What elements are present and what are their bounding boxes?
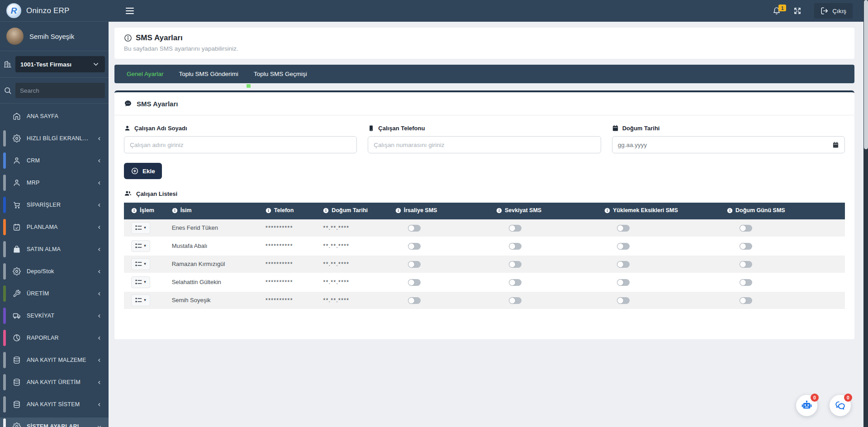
sevkiyat-sms-toggle[interactable]	[509, 243, 522, 250]
column-label: Yüklemek Eksikleri SMS	[613, 207, 678, 214]
employee-name-cell: Ramazan Kırmızıgül	[167, 255, 261, 273]
add-button[interactable]: Ekle	[124, 163, 162, 179]
tab-toplu-sms-g-nderimi[interactable]: Toplu SMS Gönderimi	[171, 65, 246, 83]
sidebar-item-si-stem-ayarlari[interactable]: SİSTEM AYARLARI	[0, 418, 109, 427]
sidebar-item-satin-alma[interactable]: SATIN ALMA	[0, 240, 109, 258]
fullscreen-button[interactable]	[793, 7, 802, 15]
employee-list-title-text: Çalışan Listesi	[136, 190, 177, 197]
do-um-g-n-sms-toggle[interactable]	[740, 279, 752, 286]
company-select[interactable]: 1001-Test Firması	[15, 56, 105, 72]
sidebar-item-ana-kayit-si-stem[interactable]: ANA KAYIT SİSTEM	[0, 395, 109, 413]
sevkiyat-sms-toggle[interactable]	[509, 261, 522, 268]
employee-name-cell: Selahattin Gültekin	[167, 273, 261, 291]
brand: R Oninzo ERP	[0, 0, 109, 22]
y-klemek-eksikleri-sms-toggle[interactable]	[617, 225, 630, 232]
employee-name-cell: Enes Ferid Tüken	[167, 219, 261, 237]
row-actions-button[interactable]: ▾	[131, 222, 150, 234]
column-header-do-um-g-n-sms: Doğum Günü SMS	[722, 203, 845, 219]
row-actions-button[interactable]: ▾	[131, 294, 150, 306]
user-row[interactable]: Semih Soyeşik	[0, 22, 109, 51]
do-um-g-n-sms-toggle[interactable]	[740, 261, 752, 268]
phone-fill-icon	[368, 125, 375, 132]
employee-table-head: İşlemİsimTelefonDoğum Tarihiİrsaliye SMS…	[124, 203, 845, 219]
sidebar-item-raporlar[interactable]: RAPORLAR	[0, 329, 109, 347]
menu-color-bar	[3, 352, 6, 368]
i-rsaliye-sms-toggle[interactable]	[408, 297, 421, 304]
panel-title: SMS Ayarları	[137, 100, 178, 108]
page-scrollbar-thumb[interactable]	[864, 0, 868, 149]
sidebar-item-label: SEVKİYAT	[27, 313, 54, 319]
page-title-text: SMS Ayarları	[136, 33, 183, 43]
employee-phone-input[interactable]	[368, 136, 601, 153]
tools-icon	[13, 289, 21, 298]
search-row	[0, 78, 109, 104]
sidebar-item-hizli-bi-lgi-ekranlari[interactable]: HIZLI BİLGİ EKRANLARI	[0, 129, 109, 147]
notifications-button[interactable]: 1	[773, 7, 781, 15]
row-actions-button[interactable]: ▾	[131, 240, 150, 252]
cart-icon	[13, 201, 21, 209]
do-um-g-n-sms-toggle[interactable]	[740, 243, 752, 250]
sidebar-item-sevki-yat[interactable]: SEVKİYAT	[0, 307, 109, 325]
gear-icon	[13, 134, 21, 142]
do-um-g-n-sms-toggle[interactable]	[740, 297, 752, 304]
database-icon	[13, 356, 21, 364]
column-label: Sevkiyat SMS	[505, 207, 541, 214]
add-button-label: Ekle	[142, 168, 155, 175]
sevkiyat-sms-toggle[interactable]	[509, 297, 522, 304]
info-icon	[323, 208, 329, 214]
panel-header: SMS Ayarları	[114, 92, 854, 115]
sidebar-item-ana-sayfa[interactable]: ANA SAYFA	[0, 107, 109, 125]
menu-color-bar	[3, 418, 6, 427]
logout-label: Çıkış	[832, 8, 846, 14]
birth-date-input[interactable]: gg.aa.yyyy	[612, 136, 845, 153]
menu-color-bar	[3, 263, 6, 280]
search-input[interactable]	[15, 83, 105, 98]
row-actions-icon	[135, 279, 142, 285]
logout-button[interactable]: Çıkış	[814, 3, 853, 19]
chevron-left-icon	[96, 224, 102, 230]
birth-date-label-text: Doğum Tarihi	[622, 125, 660, 132]
assistant-fab-button[interactable]: 0	[796, 395, 817, 416]
y-klemek-eksikleri-sms-toggle[interactable]	[617, 279, 630, 286]
sidebar-item-reti-m[interactable]: ÜRETİM	[0, 285, 109, 303]
birth-date-label: Doğum Tarihi	[612, 125, 845, 132]
y-klemek-eksikleri-sms-toggle[interactable]	[617, 243, 630, 250]
sevkiyat-sms-toggle[interactable]	[509, 225, 522, 232]
sevkiyat-sms-toggle[interactable]	[509, 279, 522, 286]
sidebar-item-crm[interactable]: CRM	[0, 152, 109, 170]
sidebar-item-label: ANA KAYIT ÜRETİM	[27, 379, 81, 385]
messages-fab-button[interactable]: 0	[830, 395, 851, 416]
menu-color-bar	[3, 152, 6, 169]
do-um-g-n-sms-toggle[interactable]	[740, 225, 752, 232]
row-actions-button[interactable]: ▾	[131, 258, 150, 270]
sidebar-item-si-pari-ler[interactable]: SİPARİŞLER	[0, 196, 109, 214]
i-rsaliye-sms-toggle[interactable]	[408, 243, 421, 250]
employee-birthdate-cell: **.**.****	[318, 237, 390, 255]
tab-toplu-sms-ge-mi-i[interactable]: Toplu SMS Geçmişi	[246, 65, 315, 83]
company-select-value: 1001-Test Firması	[20, 61, 71, 68]
i-rsaliye-sms-toggle[interactable]	[408, 279, 421, 286]
calendar-picker-icon[interactable]	[832, 142, 839, 148]
page-scrollbar-track	[863, 0, 868, 427]
menu-color-bar	[3, 241, 6, 257]
column-header-i-rsaliye-sms: İrsaliye SMS	[391, 203, 492, 219]
sidebar-toggle-button[interactable]	[124, 5, 136, 17]
plus-circle-icon	[131, 167, 139, 175]
tab-genel-ayarlar[interactable]: Genel Ayarlar	[119, 65, 171, 83]
employee-name-group: Çalışan Adı Soyadı	[124, 125, 357, 153]
employee-name-cell: Mustafa Abalı	[167, 237, 261, 255]
y-klemek-eksikleri-sms-toggle[interactable]	[617, 261, 630, 268]
employee-name-input[interactable]	[124, 136, 357, 153]
user-name: Semih Soyeşik	[29, 33, 74, 40]
y-klemek-eksikleri-sms-toggle[interactable]	[617, 297, 630, 304]
sidebar-item-ana-kayit-malzeme[interactable]: ANA KAYIT MALZEME	[0, 351, 109, 369]
i-rsaliye-sms-toggle[interactable]	[408, 225, 421, 232]
sidebar-item-ana-kayit-reti-m[interactable]: ANA KAYIT ÜRETİM	[0, 373, 109, 391]
sidebar-item-label: ÜRETİM	[27, 290, 49, 297]
row-actions-button[interactable]: ▾	[131, 276, 150, 288]
sidebar-item-mrp[interactable]: MRP	[0, 174, 109, 192]
sidebar-item-planlama[interactable]: PLANLAMA	[0, 218, 109, 236]
i-rsaliye-sms-toggle[interactable]	[408, 261, 421, 268]
info-icon	[395, 208, 401, 214]
sidebar-item-depo-stok[interactable]: Depo/Stok	[0, 262, 109, 280]
